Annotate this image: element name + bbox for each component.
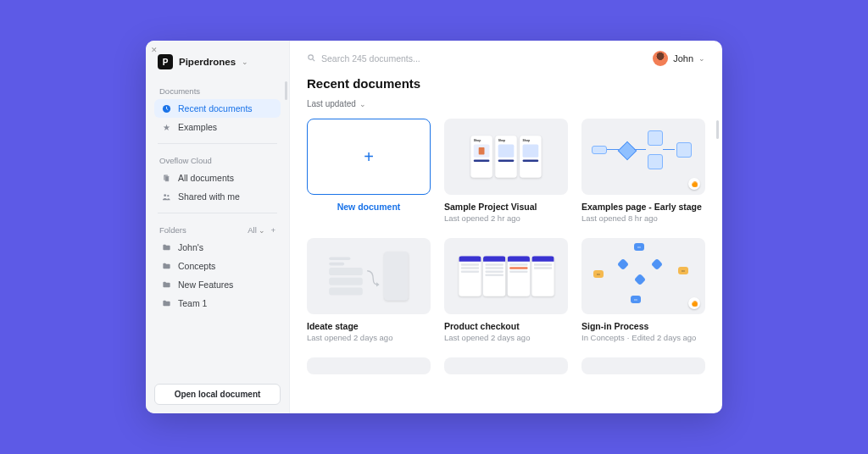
content-scroll: Recent documents Last updated ⌄ + New do… <box>290 66 722 413</box>
sidebar-item-label: John's <box>178 242 203 252</box>
sidebar-folder-team1[interactable]: Team 1 <box>154 294 281 313</box>
main-scrollbar[interactable] <box>716 120 719 139</box>
svg-point-4 <box>167 194 169 196</box>
svg-point-3 <box>164 194 166 197</box>
card-title: Product checkout <box>444 321 568 331</box>
sidebar-item-all-documents[interactable]: All documents <box>154 169 281 187</box>
sidebar-folder-new-features[interactable]: New Features <box>154 275 281 294</box>
card-title: Sign-in Process <box>581 321 705 331</box>
card-title: New document <box>307 202 431 212</box>
close-icon[interactable]: ✕ <box>151 46 158 54</box>
user-menu[interactable]: John ⌄ <box>653 51 705 66</box>
sidebar-folder-concepts[interactable]: Concepts <box>154 257 281 275</box>
workspace-switcher[interactable]: P Piperdrones ⌄ <box>154 53 281 81</box>
page-title: Recent documents <box>307 76 705 91</box>
sidebar-item-label: Concepts <box>178 261 215 271</box>
svg-line-6 <box>313 58 314 60</box>
document-card-placeholder[interactable] <box>581 357 705 374</box>
sidebar-item-label: New Features <box>178 280 233 290</box>
search-icon <box>307 53 316 64</box>
folder-icon <box>161 243 171 252</box>
search-field[interactable] <box>307 53 644 64</box>
topbar: John ⌄ <box>290 41 722 66</box>
sidebar-folder-johns[interactable]: John's <box>154 238 281 257</box>
sidebar-item-label: Shared with me <box>178 191 240 202</box>
document-thumb <box>444 238 568 314</box>
svg-point-5 <box>309 54 314 59</box>
section-label-documents: Documents <box>154 81 281 99</box>
folder-icon <box>161 280 171 290</box>
new-document-card[interactable]: + New document <box>307 119 431 223</box>
document-thumb <box>307 238 431 314</box>
sort-label: Last updated <box>307 99 356 108</box>
card-meta: Last opened 2 days ago <box>444 333 568 342</box>
sort-dropdown[interactable]: Last updated ⌄ <box>307 99 705 108</box>
card-title: Ideate stage <box>307 321 431 331</box>
document-thumb: ▭ ▭ ▭ ▭ 🟠 <box>581 238 705 314</box>
document-card-signin-process[interactable]: ▭ ▭ ▭ ▭ 🟠 Sign-in Process In Concepts·Ed… <box>581 238 705 342</box>
sidebar-item-label: All documents <box>178 173 234 183</box>
document-card-ideate[interactable]: Ideate stage Last opened 2 days ago <box>307 238 431 342</box>
document-card-examples-page[interactable]: 🟠 Examples page - Early stage Last opene… <box>581 119 705 223</box>
new-document-thumb: + <box>307 119 431 195</box>
user-name: John <box>673 53 693 64</box>
sidebar-item-label: Recent documents <box>178 103 253 114</box>
avatar <box>653 51 668 66</box>
card-meta: Last opened 8 hr ago <box>581 213 705 223</box>
document-card-placeholder[interactable] <box>444 357 568 374</box>
documents-grid: + New document Shop Shop Shop Sample Pro… <box>307 119 705 374</box>
sidebar: P Piperdrones ⌄ Documents Recent documen… <box>146 41 290 413</box>
section-label-text: Documents <box>159 86 200 96</box>
section-label-cloud: Oveflow Cloud <box>154 151 281 169</box>
document-thumb: Shop Shop Shop <box>444 119 568 195</box>
card-title: Examples page - Early stage <box>581 202 705 212</box>
sidebar-item-shared[interactable]: Shared with me <box>154 187 281 206</box>
card-meta: In Concepts·Edited 2 days ago <box>581 333 705 342</box>
document-card-sample-project[interactable]: Shop Shop Shop Sample Project Visual Las… <box>444 119 568 223</box>
card-meta: Last opened 2 days ago <box>307 333 431 342</box>
add-folder-button[interactable]: + <box>270 225 275 235</box>
arrow-icon <box>365 265 381 288</box>
divider <box>158 213 277 213</box>
people-icon <box>161 192 171 202</box>
document-thumb <box>581 357 705 374</box>
clock-icon <box>161 104 171 114</box>
plus-icon: + <box>364 147 374 167</box>
documents-icon <box>161 174 171 183</box>
svg-rect-2 <box>164 175 169 180</box>
card-meta-folder: In Concepts <box>581 333 625 342</box>
section-label-folders: Folders All ⌄ + <box>154 220 281 238</box>
document-card-product-checkout[interactable]: Product checkout Last opened 2 days ago <box>444 238 568 342</box>
open-local-button[interactable]: Open local document <box>154 384 281 405</box>
folder-icon <box>161 262 171 271</box>
document-thumb: 🟠 <box>581 119 705 195</box>
folder-icon <box>161 299 171 308</box>
folders-filter[interactable]: All ⌄ <box>248 225 265 235</box>
sidebar-item-label: Team 1 <box>178 298 207 308</box>
sidebar-scrollbar[interactable] <box>285 81 287 100</box>
chevron-down-icon: ⌄ <box>359 100 366 108</box>
sidebar-item-examples[interactable]: ★ Examples <box>154 118 281 136</box>
section-label-text: Folders <box>159 225 186 235</box>
document-card-placeholder[interactable] <box>307 357 431 374</box>
divider <box>158 143 277 144</box>
card-title: Sample Project Visual <box>444 202 568 212</box>
star-icon: ★ <box>161 123 171 132</box>
main-area: John ⌄ Recent documents Last updated ⌄ +… <box>290 41 722 413</box>
chevron-down-icon: ⌄ <box>259 226 265 235</box>
app-window: ✕ P Piperdrones ⌄ Documents Recent docum… <box>146 41 722 413</box>
document-thumb <box>444 357 568 374</box>
search-input[interactable] <box>321 53 644 64</box>
workspace-logo: P <box>158 54 173 69</box>
card-meta: Last opened 2 hr ago <box>444 213 568 223</box>
document-thumb <box>307 357 431 374</box>
card-meta-time: Edited 2 days ago <box>632 333 696 342</box>
chevron-down-icon: ⌄ <box>698 54 705 63</box>
sidebar-item-label: Examples <box>178 122 217 132</box>
workspace-name: Piperdrones <box>179 57 236 67</box>
section-label-text: Oveflow Cloud <box>159 156 212 165</box>
sidebar-item-recent[interactable]: Recent documents <box>154 99 281 118</box>
chevron-down-icon: ⌄ <box>242 58 248 66</box>
